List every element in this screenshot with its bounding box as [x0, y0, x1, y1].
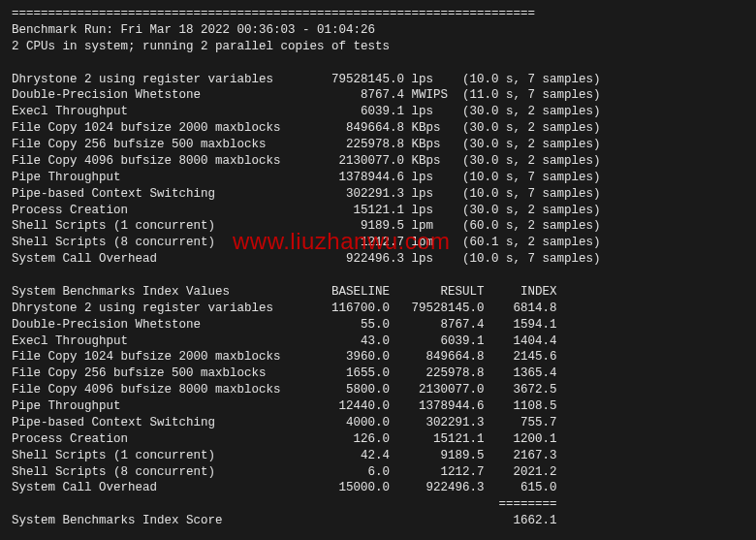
index-header: System Benchmarks Index Values BASELINE …: [12, 284, 744, 301]
benchmark-row: Dhrystone 2 using register variables 795…: [12, 72, 744, 88]
benchmark-row: Shell Scripts (1 concurrent) 9189.5 lpm …: [12, 218, 744, 235]
index-row: File Copy 1024 bufsize 2000 maxblocks 39…: [12, 349, 744, 365]
index-row: Pipe-based Context Switching 4000.0 3022…: [12, 415, 744, 431]
benchmark-row: File Copy 256 bufsize 500 maxblocks 2259…: [12, 137, 744, 153]
index-row: Dhrystone 2 using register variables 116…: [12, 301, 744, 317]
index-row: File Copy 256 bufsize 500 maxblocks 1655…: [12, 365, 744, 382]
index-row: Double-Precision Whetstone 55.0 8767.4 1…: [12, 317, 744, 334]
benchmark-row: File Copy 1024 bufsize 2000 maxblocks 84…: [12, 120, 744, 137]
benchmark-row: Pipe-based Context Switching 302291.3 lp…: [12, 186, 744, 203]
benchmark-row: Process Creation 15121.1 lps (30.0 s, 2 …: [12, 203, 744, 219]
score-line: System Benchmarks Index Score 1662.1: [12, 513, 744, 529]
index-row: Process Creation 126.0 15121.1 1200.1: [12, 431, 744, 448]
rule-top: ========================================…: [12, 6, 744, 22]
benchmark-row: Pipe Throughput 1378944.6 lps (10.0 s, 7…: [12, 170, 744, 186]
benchmark-row: Shell Scripts (8 concurrent) 1212.7 lpm …: [12, 235, 744, 251]
benchmark-row: File Copy 4096 bufsize 8000 maxblocks 21…: [12, 153, 744, 170]
blank-line: [12, 529, 744, 540]
blank-line: [12, 55, 744, 72]
benchmark-row: Execl Throughput 6039.1 lps (30.0 s, 2 s…: [12, 104, 744, 120]
index-row: System Call Overhead 15000.0 922496.3 61…: [12, 480, 744, 496]
header-run: Benchmark Run: Fri Mar 18 2022 00:36:03 …: [12, 22, 744, 39]
index-row: Execl Throughput 43.0 6039.1 1404.4: [12, 334, 744, 350]
header-cpus: 2 CPUs in system; running 2 parallel cop…: [12, 39, 744, 55]
index-row: Shell Scripts (8 concurrent) 6.0 1212.7 …: [12, 464, 744, 481]
blank-line: [12, 268, 744, 284]
score-rule: ========: [12, 496, 744, 513]
index-table: Dhrystone 2 using register variables 116…: [12, 301, 744, 497]
benchmark-table: Dhrystone 2 using register variables 795…: [12, 72, 744, 269]
index-row: File Copy 4096 bufsize 8000 maxblocks 58…: [12, 382, 744, 398]
index-row: Pipe Throughput 12440.0 1378944.6 1108.5: [12, 398, 744, 415]
benchmark-row: Double-Precision Whetstone 8767.4 MWIPS …: [12, 87, 744, 104]
index-row: Shell Scripts (1 concurrent) 42.4 9189.5…: [12, 448, 744, 464]
benchmark-row: System Call Overhead 922496.3 lps (10.0 …: [12, 251, 744, 268]
